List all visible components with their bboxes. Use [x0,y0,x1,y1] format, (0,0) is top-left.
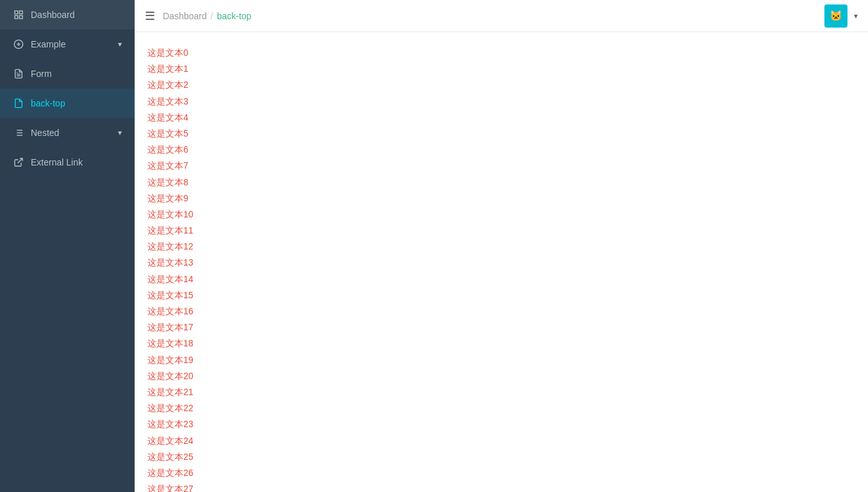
list-item: 这是文本2 [147,77,855,93]
list-item: 这是文本26 [147,465,855,481]
header-right: 🐱 ▾ [824,4,858,28]
list-item: 这是文本14 [147,271,855,287]
list-item: 这是文本13 [147,255,855,271]
svg-rect-2 [15,15,18,19]
avatar[interactable]: 🐱 [824,4,847,28]
list-item: 这是文本10 [147,207,855,223]
avatar-icon: 🐱 [830,10,842,22]
sidebar-item-nested[interactable]: Nested▾ [0,118,135,148]
list-item: 这是文本0 [147,45,855,61]
list-item: 这是文本12 [147,239,855,255]
list-item: 这是文本1 [147,61,855,77]
sidebar-item-label-back-top: back-top [31,98,122,108]
example-chevron-icon: ▾ [118,40,122,49]
sidebar-item-external-link[interactable]: External Link [0,148,135,177]
breadcrumb-current: back-top [217,11,251,21]
nested-icon [13,127,24,139]
form-icon [13,68,24,80]
svg-rect-0 [15,11,18,14]
list-item: 这是文本8 [147,174,855,191]
breadcrumb: Dashboard / back-top [163,11,251,21]
sidebar-item-dashboard[interactable]: Dashboard [0,0,135,30]
svg-rect-3 [19,15,22,19]
example-icon [13,38,24,50]
menu-icon[interactable]: ☰ [145,9,155,23]
sidebar-item-label-dashboard: Dashboard [31,10,122,20]
sidebar-item-label-example: Example [31,39,112,49]
list-item: 这是文本5 [147,126,855,142]
list-item: 这是文本11 [147,223,855,239]
sidebar-item-form[interactable]: Form [0,59,135,89]
list-item: 这是文本21 [147,384,855,400]
sidebar-item-label-form: Form [31,69,122,79]
breadcrumb-root: Dashboard [163,11,207,21]
sidebar-item-back-top[interactable]: back-top [0,89,135,118]
list-item: 这是文本4 [147,110,855,126]
list-item: 这是文本27 [147,481,855,492]
list-item: 这是文本6 [147,142,855,158]
back-top-icon [13,98,24,109]
list-item: 这是文本3 [147,94,855,110]
list-item: 这是文本23 [147,416,855,432]
dashboard-icon [13,9,24,21]
list-item: 这是文本17 [147,319,855,335]
list-item: 这是文本25 [147,449,855,465]
list-item: 这是文本9 [147,191,855,207]
sidebar-item-label-nested: Nested [31,128,112,138]
list-item: 这是文本22 [147,400,855,416]
list-item: 这是文本20 [147,368,855,384]
list-item: 这是文本15 [147,287,855,303]
list-item: 这是文本18 [147,335,855,352]
list-item: 这是文本19 [147,352,855,368]
breadcrumb-separator: / [211,11,213,21]
content-area: 这是文本0这是文本1这是文本2这是文本3这是文本4这是文本5这是文本6这是文本7… [135,32,868,492]
sidebar-item-label-external-link: External Link [31,157,122,167]
main-area: ☰ Dashboard / back-top 🐱 ▾ 这是文本0这是文本1这是文… [135,0,868,492]
sidebar-item-example[interactable]: Example▾ [0,30,135,59]
list-item: 这是文本7 [147,158,855,174]
header: ☰ Dashboard / back-top 🐱 ▾ [135,0,868,32]
svg-rect-1 [19,11,22,14]
list-item: 这是文本24 [147,433,855,449]
nested-chevron-icon: ▾ [118,128,122,137]
list-item: 这是文本16 [147,303,855,319]
chevron-down-icon[interactable]: ▾ [854,12,858,21]
svg-line-15 [18,158,22,163]
sidebar: DashboardExample▾Formback-topNested▾Exte… [0,0,135,492]
external-link-icon [13,157,24,168]
